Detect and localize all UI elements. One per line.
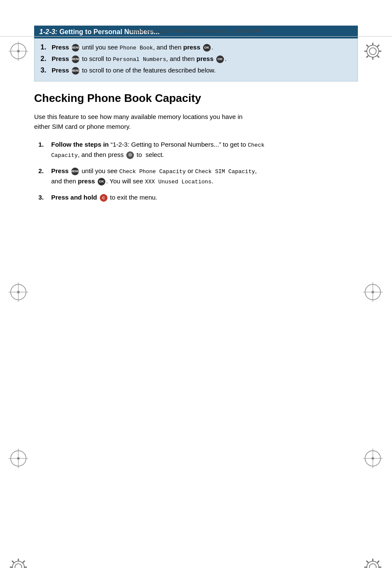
corner-mr-decoration [362,281,384,304]
corner-ml-icon [8,281,29,303]
step-1-content: Press MENU until you see Phone Book, and… [52,43,213,52]
instruction-step-2: 2. Press MENU to scroll to Personal Numb… [41,54,351,64]
svg-point-3 [17,50,20,52]
svg-line-46 [366,561,369,563]
press-label-2: Press [52,55,69,62]
svg-point-31 [15,564,22,568]
main-heading: Checking Phone Book Capacity [34,92,358,105]
code-phone-book: Phone Book [120,45,153,51]
step-num-2: 2. [41,54,50,64]
step-num-3: 3. [41,65,50,75]
ok-button-icon-step2: OK [98,178,105,185]
svg-point-40 [367,561,379,568]
corner-ml-decoration [8,281,30,304]
instruction-step-1: 1. Press MENU until you see Phone Book, … [41,42,351,52]
press-label-3: Press [52,67,69,74]
svg-point-4 [367,45,379,57]
step-1-content: Follow the steps in “1-2-3: Getting to P… [51,139,264,160]
step-2-content: Press MENU to scroll to Personal Numbers… [52,54,226,64]
step-item-3: 3. Press and hold C to exit the menu. [38,192,358,202]
code-check-phone-capacity: Check Phone Capacity [119,168,186,175]
step-num-1: 1. [41,42,50,52]
code-personal-numbers: Personal Numbers [113,56,166,63]
press-label-1: Press [52,43,69,51]
corner-bml-decoration [8,448,30,470]
instruction-step-3: 3. Press MENU to scroll to one of the fe… [41,65,351,75]
press-hold-label: Press and hold [51,194,97,201]
code-check-sim-capacity: Check SIM Capacity [195,168,255,175]
corner-mr-icon [362,281,383,303]
svg-point-30 [12,561,24,568]
corner-bmr-icon [362,448,383,469]
corner-bmr-decoration [362,448,384,470]
step-item-2: 2. Press MENU until you see Check Phone … [38,166,358,186]
menu-button-icon-3: MENU [72,67,79,75]
step-3-content: Press and hold C to exit the menu. [51,192,264,202]
svg-point-41 [369,564,376,568]
svg-point-21 [372,291,374,293]
corner-tr-decoration [362,41,384,63]
instruction-list: 1. Press MENU until you see Phone Book, … [41,42,351,75]
press-bold-1: press [183,43,200,51]
step-3-num: 3. [38,192,49,202]
top-header: Mobile.book Page 59 Wednesday, September… [0,26,392,37]
svg-line-11 [377,56,380,58]
corner-bl-icon [8,556,29,568]
corner-tl-decoration [8,41,30,63]
instruction-box: 1. Press MENU until you see Phone Book, … [34,38,358,81]
step-2-content: Press MENU until you see Check Phone Cap… [51,166,264,186]
svg-line-36 [12,561,14,563]
press-bold-2: press [196,55,213,62]
svg-line-13 [366,56,369,58]
body-text: Use this feature to see how many availab… [34,112,260,132]
corner-bml-icon [8,448,29,469]
follow-steps-label: Follow the steps in [51,141,109,148]
corner-br-decoration [362,556,384,568]
corner-bl-decoration [8,556,30,568]
svg-line-48 [377,561,380,563]
press-label-step2: Press [51,167,69,174]
main-content: 1-2-3: Getting to Personal Numbers... 1.… [34,26,358,202]
corner-br-icon [362,556,383,568]
code-xxx-unused: XXX Unused Locations [145,179,212,185]
svg-point-5 [369,48,376,55]
corner-tl-icon [8,41,29,62]
svg-line-10 [366,45,369,47]
svg-point-29 [372,457,374,460]
ok-button-icon-1: OK [203,44,211,52]
ok-button-icon-step1: Ⓞ [126,151,134,159]
svg-line-12 [377,45,380,47]
ok-button-icon-2: OK [216,55,224,63]
step-1-num: 1. [38,139,49,149]
step-item-1: 1. Follow the steps in “1-2-3: Getting t… [38,139,358,160]
header-text: Mobile.book Page 59 Wednesday, September… [131,29,261,34]
svg-point-17 [17,291,20,293]
menu-button-icon-2: MENU [72,55,79,63]
page: Mobile.book Page 59 Wednesday, September… [0,26,392,568]
press-bold-step2: press [78,177,95,185]
step-3-content: Press MENU to scroll to one of the featu… [52,66,216,75]
c-button-icon: C [100,194,107,202]
svg-line-38 [23,561,25,563]
menu-button-icon-1: MENU [72,44,79,52]
corner-tr-icon [362,41,383,62]
svg-point-25 [17,457,20,460]
step-2-num: 2. [38,166,49,176]
steps-list: 1. Follow the steps in “1-2-3: Getting t… [38,139,358,203]
menu-button-icon-step2: MENU [71,168,79,175]
